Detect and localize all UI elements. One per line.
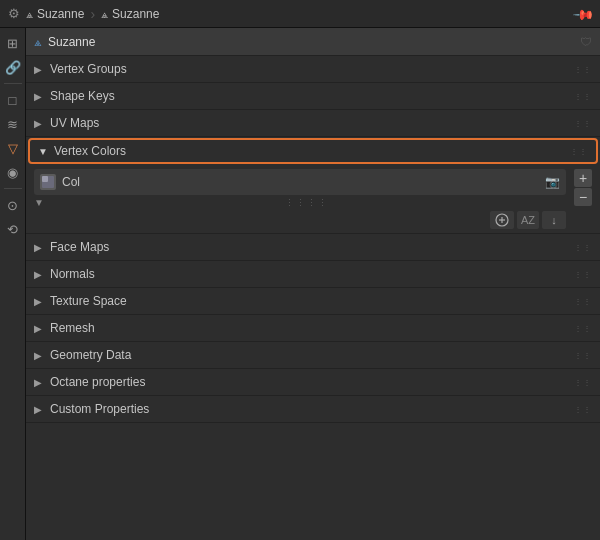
panel-title-geometry-data: Geometry Data: [50, 348, 574, 362]
arrow-custom-properties: ▶: [34, 404, 46, 415]
panel-title-vertex-groups: Vertex Groups: [50, 62, 574, 76]
panel-header-texture-space[interactable]: ▶ Texture Space ⋮⋮: [26, 288, 600, 314]
vc-remove-button[interactable]: −: [574, 188, 592, 206]
panel-title-normals: Normals: [50, 267, 574, 281]
arrow-geometry-data: ▶: [34, 350, 46, 361]
panel-drag-remesh: ⋮⋮: [574, 324, 592, 333]
panel-title-uv-maps: UV Maps: [50, 116, 574, 130]
object-icon-small: ⟁: [26, 7, 33, 21]
panel-header-normals[interactable]: ▶ Normals ⋮⋮: [26, 261, 600, 287]
arrow-uv-maps: ▶: [34, 118, 46, 129]
arrow-vertex-groups: ▶: [34, 64, 46, 75]
panel-header-shape-keys[interactable]: ▶ Shape Keys ⋮⋮: [26, 83, 600, 109]
panel-header-remesh[interactable]: ▶ Remesh ⋮⋮: [26, 315, 600, 341]
vc-camera-icon[interactable]: 📷: [545, 175, 560, 189]
toolbar-constraint-btn[interactable]: ⊙: [2, 194, 24, 216]
top-bar: ⚙ ⟁ Suzanne › ⟁ Suzanne 📌: [0, 0, 600, 28]
shield-icon: 🛡: [580, 35, 592, 49]
pin-icon[interactable]: 📌: [572, 2, 595, 25]
panel-drag-geometry-data: ⋮⋮: [574, 351, 592, 360]
svg-rect-1: [42, 176, 48, 182]
arrow-shape-keys: ▶: [34, 91, 46, 102]
panel-octane-properties: ▶ Octane properties ⋮⋮: [26, 369, 600, 396]
object-name[interactable]: Suzanne: [48, 35, 574, 49]
mesh-icon: ⟁: [34, 34, 42, 49]
panel-header-octane-properties[interactable]: ▶ Octane properties ⋮⋮: [26, 369, 600, 395]
panel-drag-vertex-groups: ⋮⋮: [574, 65, 592, 74]
panel-normals: ▶ Normals ⋮⋮: [26, 261, 600, 288]
vertex-colors-content: Col 📷 ▼ ⋮⋮⋮⋮ AZ ↓: [26, 165, 600, 233]
arrow-remesh: ▶: [34, 323, 46, 334]
panel-header-face-maps[interactable]: ▶ Face Maps ⋮⋮: [26, 234, 600, 260]
panel-drag-vertex-colors: ⋮⋮: [570, 147, 588, 156]
panel-title-octane-properties: Octane properties: [50, 375, 574, 389]
toolbar-separator1: [4, 83, 22, 84]
panel-vertex-colors: ▼ Vertex Colors ⋮⋮ Col: [26, 138, 600, 234]
vc-item-name[interactable]: Col: [62, 175, 545, 189]
panel-title-remesh: Remesh: [50, 321, 574, 335]
toolbar-physics-btn[interactable]: ⟲: [2, 218, 24, 240]
vc-sort-az-label: AZ: [517, 211, 539, 229]
toolbar-separator2: [4, 188, 22, 189]
panel-geometry-data: ▶ Geometry Data ⋮⋮: [26, 342, 600, 369]
breadcrumb-item1: ⟁ Suzanne: [26, 7, 84, 21]
panel-drag-octane-properties: ⋮⋮: [574, 378, 592, 387]
panel-title-face-maps: Face Maps: [50, 240, 574, 254]
vc-add-remove-buttons: + −: [574, 169, 592, 206]
panel-header-custom-properties[interactable]: ▶ Custom Properties ⋮⋮: [26, 396, 600, 422]
arrow-face-maps: ▶: [34, 242, 46, 253]
object-header: ⟁ Suzanne 🛡: [26, 28, 600, 56]
panel-drag-custom-properties: ⋮⋮: [574, 405, 592, 414]
mesh-icon-small: ⟁: [101, 7, 108, 21]
toolbar-link-btn[interactable]: 🔗: [2, 56, 24, 78]
panel-title-custom-properties: Custom Properties: [50, 402, 574, 416]
panel-remesh: ▶ Remesh ⋮⋮: [26, 315, 600, 342]
properties-panel: ⟁ Suzanne 🛡 ▶ Vertex Groups ⋮⋮ ▶ Shape K…: [26, 28, 600, 540]
panel-vertex-groups: ▶ Vertex Groups ⋮⋮: [26, 56, 600, 83]
toolbar-object-btn[interactable]: □: [2, 89, 24, 111]
panel-title-vertex-colors: Vertex Colors: [54, 144, 570, 158]
vc-drag-handle: ⋮⋮⋮⋮: [48, 198, 566, 208]
panel-header-uv-maps[interactable]: ▶ UV Maps ⋮⋮: [26, 110, 600, 136]
panel-drag-normals: ⋮⋮: [574, 270, 592, 279]
editor-type-icon[interactable]: ⚙: [8, 6, 20, 21]
panel-drag-uv-maps: ⋮⋮: [574, 119, 592, 128]
arrow-normals: ▶: [34, 269, 46, 280]
panel-title-shape-keys: Shape Keys: [50, 89, 574, 103]
arrow-octane-properties: ▶: [34, 377, 46, 388]
vc-controls-row: ▼ ⋮⋮⋮⋮: [34, 197, 566, 208]
toolbar-scene-btn[interactable]: ⊞: [2, 32, 24, 54]
panel-shape-keys: ▶ Shape Keys ⋮⋮: [26, 83, 600, 110]
panel-uv-maps: ▶ UV Maps ⋮⋮: [26, 110, 600, 137]
vc-color-swatch: [40, 174, 56, 190]
panel-title-texture-space: Texture Space: [50, 294, 574, 308]
vc-collapse-arrow[interactable]: ▼: [34, 197, 44, 208]
vc-sort-add-btn[interactable]: [490, 211, 514, 229]
panel-drag-texture-space: ⋮⋮: [574, 297, 592, 306]
panel-texture-space: ▶ Texture Space ⋮⋮: [26, 288, 600, 315]
left-toolbar: ⊞ 🔗 □ ≋ ▽ ◉ ⊙ ⟲: [0, 28, 26, 540]
panel-drag-shape-keys: ⋮⋮: [574, 92, 592, 101]
toolbar-modifier-btn[interactable]: ≋: [2, 113, 24, 135]
vc-list-area: Col 📷 ▼ ⋮⋮⋮⋮ AZ ↓: [34, 169, 566, 229]
breadcrumb-item2: ⟁ Suzanne: [101, 7, 159, 21]
toolbar-data-btn[interactable]: ▽: [2, 137, 24, 159]
panel-drag-face-maps: ⋮⋮: [574, 243, 592, 252]
toolbar-material-btn[interactable]: ◉: [2, 161, 24, 183]
vc-add-button[interactable]: +: [574, 169, 592, 187]
arrow-texture-space: ▶: [34, 296, 46, 307]
panel-header-vertex-groups[interactable]: ▶ Vertex Groups ⋮⋮: [26, 56, 600, 82]
arrow-vertex-colors: ▼: [38, 146, 50, 157]
panel-header-vertex-colors[interactable]: ▼ Vertex Colors ⋮⋮: [28, 138, 598, 164]
vc-list-item[interactable]: Col 📷: [34, 169, 566, 195]
vc-sort-down-btn[interactable]: ↓: [542, 211, 566, 229]
breadcrumb-separator: ›: [90, 6, 95, 22]
panel-face-maps: ▶ Face Maps ⋮⋮: [26, 234, 600, 261]
panel-custom-properties: ▶ Custom Properties ⋮⋮: [26, 396, 600, 423]
panel-header-geometry-data[interactable]: ▶ Geometry Data ⋮⋮: [26, 342, 600, 368]
breadcrumb-label1: Suzanne: [37, 7, 84, 21]
vc-sort-row: AZ ↓: [34, 211, 566, 229]
breadcrumb-label2: Suzanne: [112, 7, 159, 21]
